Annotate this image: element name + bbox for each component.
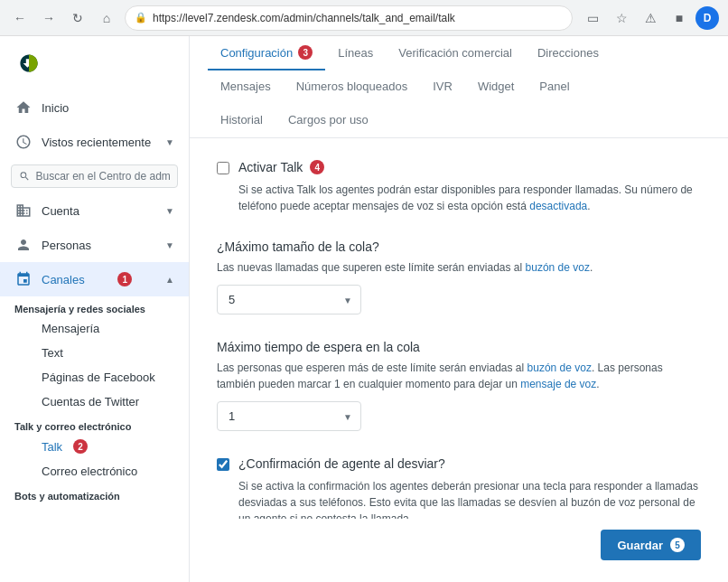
sidebar-item-vistos[interactable]: Vistos recientemente ▼ xyxy=(0,125,189,159)
talk-label: Talk xyxy=(42,440,62,454)
sidebar-item-text[interactable]: Text xyxy=(0,341,189,365)
configuracion-badge: 3 xyxy=(298,45,313,60)
chevron-down-icon-cuenta: ▼ xyxy=(165,206,174,216)
back-button[interactable]: ← xyxy=(9,7,31,29)
extensions-button[interactable]: ■ xyxy=(667,5,692,31)
confirmacion-checkbox[interactable] xyxy=(217,458,229,471)
url-text: https://level7.zendesk.com/admin/channel… xyxy=(153,12,455,24)
activar-talk-checkbox[interactable] xyxy=(217,162,229,174)
max-cola-select[interactable]: 1 2 3 4 5 10 15 20 xyxy=(217,285,361,314)
tab-ivr-label: IVR xyxy=(433,80,453,93)
home-button[interactable]: ⌂ xyxy=(96,7,117,29)
sidebar-label-vistos: Vistos recientemente xyxy=(42,136,151,149)
text-label: Text xyxy=(42,346,63,360)
zendesk-logo-icon xyxy=(14,49,43,78)
talk-badge: 2 xyxy=(73,439,88,454)
sidebar-logo[interactable] xyxy=(0,36,189,90)
user-avatar[interactable]: D xyxy=(695,6,719,30)
tab-configuracion-label: Configuración xyxy=(220,46,293,60)
confirmacion-text: ¿Confirmación de agente al desviar? xyxy=(238,456,445,471)
tab-bloqueados[interactable]: Números bloqueados xyxy=(284,70,421,104)
max-espera-description: Las personas que esperen más de este lím… xyxy=(217,360,701,392)
max-cola-select-wrapper: 1 2 3 4 5 10 15 20 ▼ xyxy=(217,285,361,314)
tabs-row-1: Configuración 3 Líneas Verificación come… xyxy=(208,36,710,70)
activar-talk-text: Activar Talk xyxy=(238,160,303,174)
reload-button[interactable]: ↻ xyxy=(67,7,89,29)
app-container: Inicio Vistos recientemente ▼ Cuenta ▼ xyxy=(0,36,728,582)
save-button-label: Guardar xyxy=(617,539,663,552)
confirmacion-row: ¿Confirmación de agente al desviar? xyxy=(217,456,701,471)
activar-talk-badge: 4 xyxy=(310,160,324,174)
mensajeria-label: Mensajería xyxy=(42,322,99,335)
sidebar-item-personas[interactable]: Personas ▼ xyxy=(0,228,189,262)
save-button-container: Guardar 5 xyxy=(217,519,701,560)
sidebar-item-facebook[interactable]: Páginas de Facebook xyxy=(0,365,189,390)
confirmacion-section: ¿Confirmación de agente al desviar? Si s… xyxy=(217,456,701,527)
bots-label: Bots y automatización xyxy=(0,483,189,503)
sidebar-item-talk[interactable]: Talk 2 xyxy=(0,434,189,459)
tabs-bar: Configuración 3 Líneas Verificación come… xyxy=(190,36,728,138)
home-icon xyxy=(14,99,33,117)
group-talk-label: Talk y correo electrónico xyxy=(0,414,189,434)
save-button[interactable]: Guardar 5 xyxy=(601,530,701,560)
tabs-row-2: Mensajes Números bloqueados IVR Widget P… xyxy=(208,70,710,104)
chevron-down-icon-personas: ▼ xyxy=(165,240,174,250)
buzon-voz-link2[interactable]: buzón de voz xyxy=(527,361,592,374)
mensaje-voz-link[interactable]: mensaje de voz xyxy=(520,378,596,390)
confirmacion-label[interactable]: ¿Confirmación de agente al desviar? xyxy=(238,456,445,471)
max-cola-section: ¿Máximo tamaño de la cola? Las nuevas ll… xyxy=(217,239,701,314)
max-espera-select[interactable]: 1 2 3 5 10 15 20 30 xyxy=(217,401,361,431)
group-mensajeria-label: Mensajería y redes sociales xyxy=(0,296,189,316)
tab-ivr[interactable]: IVR xyxy=(420,70,465,104)
tab-panel[interactable]: Panel xyxy=(527,70,582,104)
canales-badge: 1 xyxy=(117,272,132,286)
max-espera-select-wrapper: 1 2 3 5 10 15 20 30 ▼ xyxy=(217,401,361,431)
twitter-label: Cuentas de Twitter xyxy=(42,395,139,408)
profile-button[interactable]: ⚠ xyxy=(638,5,663,31)
max-espera-label: Máximo tiempo de espera en la cola xyxy=(217,340,701,354)
content-area: Activar Talk 4 Si se activa Talk los age… xyxy=(190,138,728,582)
sidebar-item-cuenta[interactable]: Cuenta ▼ xyxy=(0,193,189,228)
tab-historial[interactable]: Historial xyxy=(208,104,275,137)
tab-configuracion[interactable]: Configuración 3 xyxy=(208,36,325,70)
sidebar-item-correo[interactable]: Correo electrónico xyxy=(0,459,189,483)
sidebar-item-mensajeria[interactable]: Mensajería xyxy=(0,316,189,341)
lock-icon: 🔒 xyxy=(135,12,147,23)
sidebar-item-twitter[interactable]: Cuentas de Twitter xyxy=(0,390,189,414)
search-icon xyxy=(19,170,30,183)
sidebar-item-inicio[interactable]: Inicio xyxy=(0,90,189,125)
search-input[interactable] xyxy=(35,170,170,183)
tabs-row-3: Historial Cargos por uso xyxy=(208,104,710,137)
buzon-voz-link[interactable]: buzón de voz xyxy=(526,261,590,274)
forward-button[interactable]: → xyxy=(38,7,60,29)
tab-mensajes[interactable]: Mensajes xyxy=(208,70,284,104)
tab-direcciones[interactable]: Direcciones xyxy=(525,37,611,70)
browser-actions: ▭ ☆ ⚠ ■ D xyxy=(580,5,719,31)
tab-historial-label: Historial xyxy=(220,113,263,127)
bookmark-button[interactable]: ☆ xyxy=(609,5,634,31)
tab-cargos[interactable]: Cargos por uso xyxy=(275,104,381,137)
sidebar: Inicio Vistos recientemente ▼ Cuenta ▼ xyxy=(0,36,190,582)
tab-widget-label: Widget xyxy=(478,80,514,93)
save-button-badge: 5 xyxy=(670,538,685,552)
sidebar-label-personas: Personas xyxy=(42,239,91,252)
tab-mensajes-label: Mensajes xyxy=(220,80,271,93)
tab-bloqueados-label: Números bloqueados xyxy=(296,80,408,93)
sidebar-label-canales: Canales xyxy=(42,273,85,286)
tab-verificacion-label: Verificación comercial xyxy=(398,46,512,60)
chevron-up-icon-canales: ▲ xyxy=(165,275,174,285)
clock-icon xyxy=(14,133,33,151)
cast-button[interactable]: ▭ xyxy=(580,5,605,31)
activar-talk-label[interactable]: Activar Talk 4 xyxy=(238,160,324,174)
facebook-label: Páginas de Facebook xyxy=(42,371,155,384)
person-icon xyxy=(14,236,33,254)
tab-widget[interactable]: Widget xyxy=(465,70,527,104)
max-espera-section: Máximo tiempo de espera en la cola Las p… xyxy=(217,340,701,431)
address-bar: 🔒 https://level7.zendesk.com/admin/chann… xyxy=(125,5,573,31)
desactivada-link[interactable]: desactivada xyxy=(529,200,587,212)
sidebar-search-bar[interactable] xyxy=(11,164,178,188)
sidebar-item-canales[interactable]: Canales 1 ▲ xyxy=(0,262,189,296)
tab-panel-label: Panel xyxy=(539,80,569,93)
tab-lineas[interactable]: Líneas xyxy=(325,37,386,70)
tab-verificacion[interactable]: Verificación comercial xyxy=(386,37,525,70)
